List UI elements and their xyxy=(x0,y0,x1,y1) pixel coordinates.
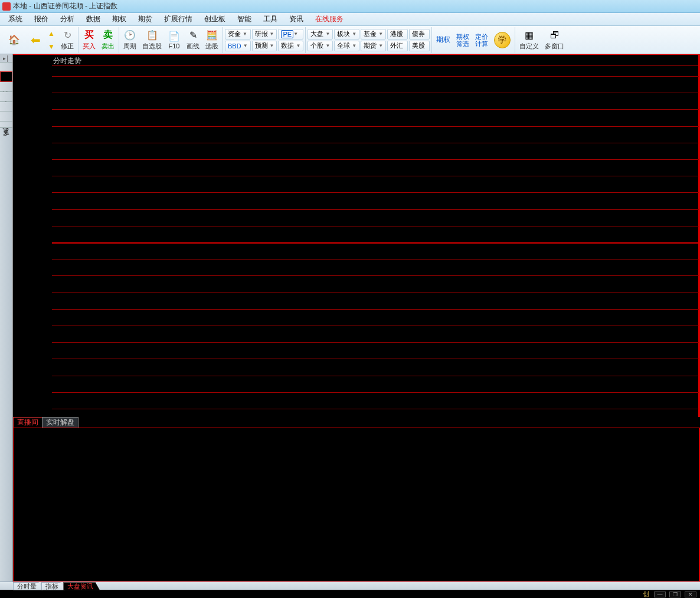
chevron-down-icon: ▼ xyxy=(270,43,274,48)
dd-capital[interactable]: 资金▼ xyxy=(225,29,251,40)
dd-data[interactable]: 数据▼ xyxy=(278,41,303,51)
dd-fund[interactable]: 基金▼ xyxy=(361,29,386,40)
dd-futures[interactable]: 期货▼ xyxy=(361,41,386,51)
chevron-down-icon: ▼ xyxy=(243,31,247,37)
chart-gridline xyxy=(52,93,699,93)
optional-button[interactable]: 📋自选股 xyxy=(139,28,165,52)
refresh-button[interactable]: ↻修正 xyxy=(58,28,77,52)
home-button[interactable]: 🏠 xyxy=(2,28,26,52)
dd-pe[interactable]: PE▼ xyxy=(278,29,303,40)
child-min-button[interactable]: — xyxy=(654,592,666,597)
lower-tab-live[interactable]: 直播间 xyxy=(13,417,42,428)
main: ▸│ 资讯 上证指数 技术分析 大盘资讯 自选股 综合排名 更多 分时走势 直播… xyxy=(0,54,700,581)
pricing-button[interactable]: 定价 计算 xyxy=(472,28,491,52)
sidebar: ▸│ 资讯 上证指数 技术分析 大盘资讯 自选股 综合排名 更多 xyxy=(0,54,13,581)
sidebar-item-news[interactable]: 资讯 xyxy=(0,63,12,71)
nav-up-button[interactable]: ▲ xyxy=(45,28,57,40)
custom-button[interactable]: ▦自定义 xyxy=(516,28,542,52)
dd-stock-label: 个股 xyxy=(310,41,325,50)
buy-button[interactable]: 买买入 xyxy=(80,28,99,52)
fx-label: 外汇 xyxy=(390,41,405,50)
child-close-button[interactable]: ✕ xyxy=(685,592,696,597)
learn-icon: 学 xyxy=(494,32,511,48)
lower-tabs: 直播间 实时解盘 xyxy=(13,417,700,428)
chevron-down-icon: ▼ xyxy=(378,31,383,37)
drawline-button[interactable]: ✎画线 xyxy=(184,28,202,52)
menu-tools[interactable]: 工具 xyxy=(257,13,283,25)
dd-research[interactable]: 研报▼ xyxy=(252,29,277,40)
sell-button[interactable]: 卖卖出 xyxy=(99,28,117,52)
chart-top-border xyxy=(52,65,699,65)
chevron-down-icon: ▼ xyxy=(325,43,330,48)
custom-label: 自定义 xyxy=(519,42,539,51)
f10-button[interactable]: 📄F10 xyxy=(165,28,184,52)
dd-sector-label: 板块 xyxy=(337,29,352,38)
menu-gem[interactable]: 创业板 xyxy=(198,13,231,25)
pricing-label: 定价 计算 xyxy=(475,33,488,47)
option-button[interactable]: 期权 xyxy=(433,28,453,52)
select-button[interactable]: 🧮选股 xyxy=(202,28,221,52)
menu-data[interactable]: 数据 xyxy=(80,13,106,25)
bond-button[interactable]: 债券 xyxy=(409,29,430,40)
dd-fund-label: 基金 xyxy=(364,29,378,38)
option-filter-button[interactable]: 期权 筛选 xyxy=(453,28,472,52)
dd-market[interactable]: 大盘▼ xyxy=(308,29,333,40)
learn-button[interactable]: 学 xyxy=(491,28,513,52)
dd-stock[interactable]: 个股▼ xyxy=(308,41,333,51)
sidebar-handle[interactable]: ▸│ xyxy=(0,54,12,63)
sidebar-item-sse-index[interactable]: 上证指数 xyxy=(0,71,12,82)
bottom-tab-indicator[interactable]: 指标 xyxy=(41,582,65,590)
dd-global-label: 全球 xyxy=(337,41,352,50)
chevron-down-icon: ▼ xyxy=(325,31,330,37)
grid-icon: ▦ xyxy=(525,29,534,41)
statusbar: 创 — ❐ ✕ xyxy=(0,590,700,598)
chart-gridline xyxy=(52,209,699,210)
lower-panel: 直播间 实时解盘 xyxy=(13,417,700,581)
menubar: 系统 报价 分析 数据 期权 期货 扩展行情 创业板 智能 工具 资讯 在线服务 xyxy=(0,13,700,26)
back-button[interactable]: ⬅ xyxy=(26,28,45,52)
menu-options[interactable]: 期权 xyxy=(106,13,132,25)
arrow-up-icon: ▲ xyxy=(48,28,55,39)
us-button[interactable]: 美股 xyxy=(409,41,430,51)
menu-ext-quotes[interactable]: 扩展行情 xyxy=(158,13,198,25)
menu-futures[interactable]: 期货 xyxy=(132,13,158,25)
dd-capital-label: 资金 xyxy=(228,29,243,38)
sidebar-item-ranking[interactable]: 综合排名 xyxy=(0,111,12,121)
menu-smart[interactable]: 智能 xyxy=(231,13,257,25)
menu-quote[interactable]: 报价 xyxy=(28,13,54,25)
bottom-tab-volume[interactable]: 分时量 xyxy=(13,582,43,590)
sidebar-item-tech[interactable]: 技术分析 xyxy=(0,82,12,92)
chart-yaxis-gutter xyxy=(13,55,52,417)
bottom-tab-market-news[interactable]: 大盘资讯 xyxy=(63,582,100,590)
sidebar-item-market-news[interactable]: 大盘资讯 xyxy=(0,92,12,102)
fx-button[interactable]: 外汇 xyxy=(387,41,408,51)
chart-gridline xyxy=(52,176,699,176)
chart-gridline xyxy=(52,342,699,343)
sidebar-item-watchlist[interactable]: 自选股 xyxy=(0,102,12,111)
dd-bbd[interactable]: BBD▼ xyxy=(225,41,251,51)
menu-online-service[interactable]: 在线服务 xyxy=(309,13,349,25)
menu-system[interactable]: 系统 xyxy=(2,13,28,25)
menu-news[interactable]: 资讯 xyxy=(283,13,309,25)
dd-global[interactable]: 全球▼ xyxy=(334,41,359,51)
window-title: 本地 - 山西证券同花顺 - 上证指数 xyxy=(13,1,117,11)
us-label: 美股 xyxy=(412,41,427,50)
lower-tab-commentary[interactable]: 实时解盘 xyxy=(42,417,78,428)
multiwin-button[interactable]: 🗗多窗口 xyxy=(542,28,567,52)
dd-forecast[interactable]: 预测▼ xyxy=(252,41,277,51)
menu-analysis[interactable]: 分析 xyxy=(54,13,80,25)
sidebar-item-more[interactable]: 更多 xyxy=(0,121,12,128)
child-restore-button[interactable]: ❐ xyxy=(669,592,681,597)
chart-gridline xyxy=(52,192,699,193)
period-button[interactable]: 🕑周期 xyxy=(120,28,139,52)
nav-down-button[interactable]: ▼ xyxy=(45,41,57,52)
chevron-down-icon: ▼ xyxy=(352,43,356,48)
arrow-down-icon: ▼ xyxy=(48,41,55,52)
optional-label: 自选股 xyxy=(142,42,162,51)
hk-button[interactable]: 港股 xyxy=(387,29,408,40)
intraday-chart[interactable]: 分时走势 xyxy=(13,54,700,417)
f10-label: F10 xyxy=(169,42,180,50)
dd-sector[interactable]: 板块▼ xyxy=(334,29,359,40)
select-label: 选股 xyxy=(205,42,218,51)
chart-gridline xyxy=(52,309,699,310)
